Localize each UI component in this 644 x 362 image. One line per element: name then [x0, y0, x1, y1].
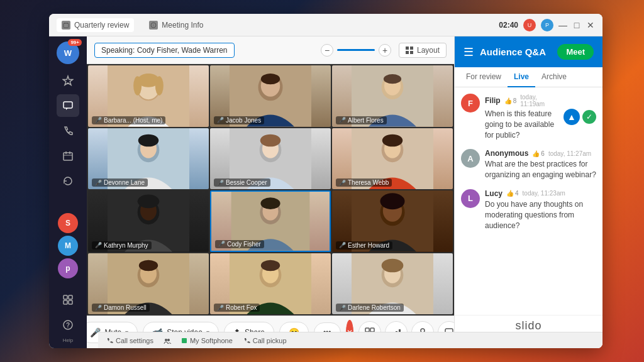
svg-rect-5: [64, 102, 72, 108]
video-name-jacob: 🎤 Jacob Jones: [214, 116, 264, 124]
qa-body-3: Lucy 👍 4 today, 11:23am Do you have any …: [485, 189, 596, 231]
svg-rect-10: [64, 295, 67, 299]
call-pickup-icon: [243, 337, 250, 344]
qa-header-2: Anonymous 👍 6 today, 11:27am: [485, 149, 596, 158]
sidebar-avatar[interactable]: W 99+: [57, 41, 79, 64]
layout-icon: [406, 47, 413, 54]
qa-likes-3: 👍 4: [506, 190, 519, 197]
sidebar-icon-apps[interactable]: [57, 288, 79, 311]
video-name-bessie: 🎤 Bessie Cooper: [214, 178, 270, 187]
svg-rect-6: [64, 153, 72, 160]
svg-rect-11: [69, 295, 72, 299]
status-call-pickup[interactable]: Call pickup: [243, 337, 287, 344]
qa-messages: F Filip 👍 8 today, 11:19am When is this …: [455, 87, 602, 315]
notification-badge: 99+: [68, 39, 82, 46]
svg-rect-18: [406, 51, 409, 54]
video-name-theresa: 🎤 Theresa Webb: [336, 178, 392, 187]
speaking-badge: Speaking: Cody Fisher, Wade Warren: [94, 43, 235, 58]
softphone-icon: [181, 337, 187, 344]
status-call-settings[interactable]: Call settings: [106, 337, 153, 344]
layout-label: Layout: [417, 46, 440, 55]
tab-meeting-info[interactable]: i Meeting Info: [144, 18, 208, 32]
qa-text-2: What are the best practices for organizi…: [485, 159, 596, 180]
minimize-button[interactable]: —: [558, 21, 567, 30]
video-name-damon: 🎤 Damon Russell: [92, 304, 150, 312]
qa-avatar-anon: A: [461, 149, 480, 168]
zoom-control: − +: [321, 44, 391, 57]
maximize-button[interactable]: □: [572, 21, 581, 30]
qa-text-1: When is this feature going to be availab…: [485, 109, 558, 140]
status-bar: Call settings My Softphone Call pickup: [98, 332, 602, 348]
check-button-1[interactable]: ✓: [582, 110, 596, 124]
sidebar-icon-calendar[interactable]: [57, 145, 79, 167]
svg-rect-71: [365, 328, 369, 332]
status-softphone[interactable]: My Softphone: [181, 337, 233, 344]
main-window: Quarterly review i Meeting Info 02:40 U …: [49, 14, 602, 348]
zoom-out-button[interactable]: −: [321, 44, 333, 57]
qa-tabs: For review Live Archive: [455, 67, 602, 87]
sidebar-icon-favorites[interactable]: [57, 69, 79, 92]
svg-point-50: [138, 195, 160, 209]
call-pickup-label: Call pickup: [253, 337, 287, 344]
svg-point-70: [382, 258, 404, 272]
title-bar: Quarterly review i Meeting Info 02:40 U …: [49, 14, 602, 36]
video-cell-albert: 🎤 Albert Flores: [332, 65, 453, 127]
video-name-robert: 🎤 Robert Fox: [214, 304, 260, 312]
svg-point-30: [261, 74, 280, 84]
sidebar-user-avatar-3[interactable]: p: [58, 258, 78, 278]
video-name-darlene: 🎤 Darlene Robertson: [336, 304, 404, 312]
tab-for-review[interactable]: For review: [460, 67, 508, 87]
video-name-cody: 🎤 Cody Fisher: [215, 240, 264, 248]
sidebar-icon-chat[interactable]: [57, 94, 79, 117]
sidebar-icon-help[interactable]: ?: [57, 314, 79, 336]
video-cell-esther: 🎤 Esther Howard: [332, 190, 453, 252]
video-name-barbara: 🎤 Barbara... (Host, me): [92, 116, 165, 124]
qa-message-1: F Filip 👍 8 today, 11:19am When is this …: [461, 94, 596, 140]
title-avatar-2: P: [541, 19, 553, 31]
layout-button[interactable]: Layout: [399, 43, 447, 58]
svg-rect-16: [406, 47, 409, 50]
svg-point-42: [260, 134, 281, 146]
sidebar-icon-calls[interactable]: [57, 119, 79, 142]
svg-rect-13: [69, 300, 72, 304]
sidebar: W 99+ S M: [49, 36, 87, 348]
sidebar-user-avatar-2[interactable]: M: [58, 236, 78, 256]
menu-icon[interactable]: ☰: [464, 45, 474, 59]
sidebar-icon-refresh[interactable]: [57, 170, 79, 192]
svg-text:?: ?: [66, 322, 70, 329]
qa-header-1: Filip 👍 8 today, 11:19am: [485, 94, 558, 107]
tab-quarterly-review[interactable]: Quarterly review: [57, 18, 134, 32]
video-name-devonne: 🎤 Devonne Lane: [92, 178, 148, 187]
video-cell-cody: 🎤 Cody Fisher: [210, 190, 331, 252]
svg-point-54: [260, 197, 280, 209]
video-name-esther: 🎤 Esther Howard: [336, 241, 392, 250]
svg-point-81: [167, 339, 170, 341]
qa-author-2: Anonymous: [485, 149, 528, 158]
close-button[interactable]: ✕: [586, 21, 595, 30]
qa-header-3: Lucy 👍 4 today, 11:23am: [485, 189, 596, 198]
video-name-kathryn: 🎤 Kathryn Murphy: [92, 241, 152, 250]
people-status-icon: [164, 337, 171, 344]
sidebar-user-avatar-1[interactable]: S: [58, 213, 78, 233]
tab-archive[interactable]: Archive: [535, 67, 573, 87]
title-avatar: U: [523, 19, 536, 31]
qa-header: ☰ Audience Q&A Meet: [455, 36, 602, 67]
tab-live[interactable]: Live: [508, 67, 535, 87]
video-grid: 🎤 Barbara... (Host, me) 🎤 Jacob Jo: [87, 64, 454, 315]
video-cell-theresa: 🎤 Theresa Webb: [332, 128, 453, 190]
svg-point-62: [139, 260, 158, 270]
meet-button[interactable]: Meet: [557, 44, 594, 60]
tab-meeting-info-label: Meeting Info: [162, 21, 203, 30]
help-label: Help: [63, 337, 73, 343]
call-settings-icon: [106, 337, 113, 344]
svg-point-26: [155, 76, 164, 95]
svg-point-38: [138, 134, 159, 146]
svg-point-80: [165, 339, 167, 341]
upvote-button-1[interactable]: ▲: [564, 109, 580, 125]
zoom-in-button[interactable]: +: [379, 44, 391, 57]
qa-avatar-lucy: L: [461, 189, 480, 208]
svg-point-46: [382, 134, 403, 146]
qa-body-1: Filip 👍 8 today, 11:19am When is this fe…: [485, 94, 558, 140]
zoom-bar: [337, 49, 375, 51]
qa-avatar-filip: F: [461, 94, 480, 112]
